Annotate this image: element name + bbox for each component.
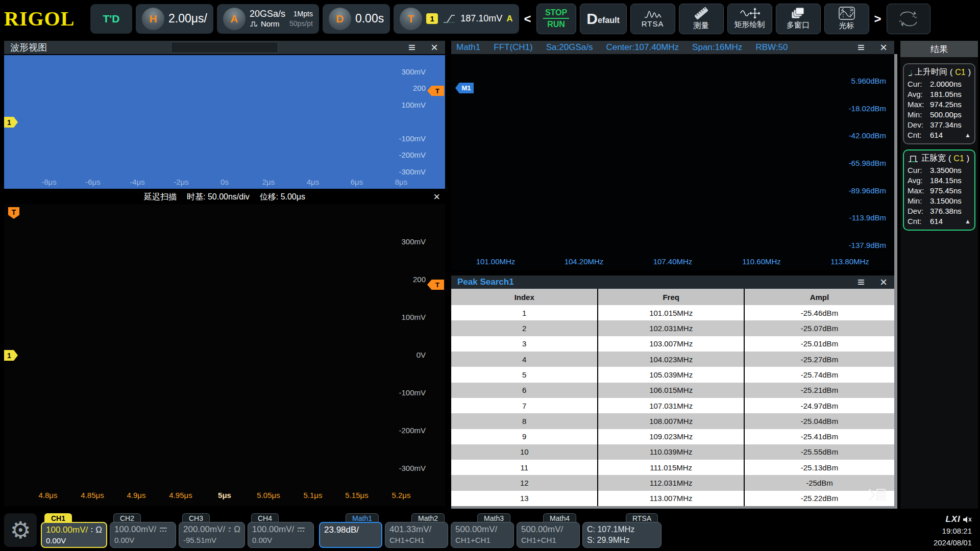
h-letter: H	[149, 13, 157, 25]
table-row[interactable]: 10110.039MHz-25.55dBm	[451, 444, 894, 460]
stat-row: Max:974.25ns	[908, 99, 971, 110]
multi-window-button[interactable]: 多窗口	[776, 4, 821, 34]
measurement-card-pulsewidth[interactable]: 正脉宽(C1) Cur:3.3500ns Avg:184.15ns Max:97…	[903, 149, 975, 231]
table-row[interactable]: 7107.031MHz-24.97dBm	[451, 398, 894, 413]
panel-divider-vertical	[894, 54, 897, 509]
ch2-tab[interactable]: CH2	[113, 513, 141, 522]
table-row[interactable]: 6106.015MHz-25.21dBm	[451, 383, 894, 398]
fft-plot[interactable]: M1 5.960dBm -18.02dBm -42.00dBm -65.98dB…	[451, 54, 894, 270]
rising-edge-icon	[442, 12, 456, 26]
math1-tab[interactable]: Math1	[346, 513, 379, 522]
table-row[interactable]: 1101.015MHz-25.46dBm	[451, 305, 894, 320]
trigger-control[interactable]: T 1 187.10mV A	[394, 4, 519, 34]
math-card-math2[interactable]: Math2 401.33mV/ CH1+CH1	[385, 513, 448, 548]
cell: 6	[451, 383, 597, 398]
table-row[interactable]: 2102.031MHz-25.07dBm	[451, 320, 894, 336]
mode-switch-button[interactable]	[887, 4, 930, 34]
measure-source: C1	[955, 68, 965, 77]
acquire-control[interactable]: A 20GSa/s Norm 1Mpts 50ps/pt	[217, 4, 319, 34]
paren: )	[968, 68, 971, 77]
default-button[interactable]: D efault	[580, 4, 627, 34]
rtsa-tab[interactable]: RTSA	[626, 513, 658, 522]
delay-control[interactable]: D 0.00s	[323, 4, 390, 34]
clock-block: LXI 19:08:21 2024/08/01	[934, 513, 972, 548]
ch4-tab[interactable]: CH4	[251, 513, 279, 522]
db-label: -137.9dBm	[840, 241, 886, 249]
math3-tab[interactable]: Math3	[477, 513, 510, 522]
math4-expr: CH1+CH1	[521, 535, 575, 545]
wave-close-icon[interactable]: ×	[431, 41, 438, 54]
delay-knob[interactable]: D	[329, 8, 351, 30]
cell: 110.039MHz	[597, 444, 743, 460]
math-card-math1[interactable]: Math1 23.98dB/	[319, 513, 382, 548]
peak-menu-icon[interactable]: ≡	[857, 276, 865, 289]
fft-span: Span:16MHz	[692, 42, 742, 53]
table-row[interactable]: 12112.031MHz-25dBm	[451, 475, 894, 490]
time-label: 4.95μs	[164, 491, 198, 499]
math-card-math3[interactable]: Math3 500.00mV/ CH1+CH1	[451, 513, 514, 548]
run-label: RUN	[547, 20, 565, 29]
table-row[interactable]: 11111.015MHz-25.13dBm	[451, 460, 894, 475]
math4-tab[interactable]: Math4	[543, 513, 576, 522]
table-row[interactable]: 9109.023MHz-25.41dBm	[451, 429, 894, 444]
delay-value: 0.00s	[355, 12, 384, 26]
volt-label: 200	[393, 275, 426, 284]
ch1-tab[interactable]: CH1	[44, 513, 72, 522]
delay-close-icon[interactable]: ×	[433, 190, 440, 204]
stat-row: Dev:377.34ns	[908, 120, 971, 130]
trigger-knob[interactable]: T	[400, 8, 422, 30]
rtsa-button[interactable]: RTSA	[630, 4, 675, 34]
volt-label: -300mV	[393, 464, 426, 472]
bottom-status-bar: ⚙ CH1 100.00mV/ Ω 0.00V CH2 100.00mV/ 0.…	[0, 511, 980, 551]
paren: (	[950, 68, 952, 77]
table-row[interactable]: 3103.007MHz-25.01dBm	[451, 336, 894, 352]
cell: 102.031MHz	[597, 320, 743, 336]
horizontal-knob[interactable]: H	[142, 8, 164, 30]
stat-row: Avg:184.15ns	[908, 176, 971, 186]
channel-card-ch4[interactable]: CH4 100.00mV/ 0.00V	[248, 513, 314, 548]
table-row[interactable]: 4104.023MHz-25.27dBm	[451, 352, 894, 367]
horizontal-control[interactable]: H 2.00μs/	[136, 4, 213, 34]
delay-sweep-title: 延迟扫描	[144, 192, 177, 203]
channel-card-ch1[interactable]: CH1 100.00mV/ Ω 0.00V	[41, 513, 107, 548]
wave-menu-icon[interactable]: ≡	[408, 41, 415, 54]
peak-close-icon[interactable]: ×	[880, 276, 887, 289]
gear-icon: ⚙	[10, 516, 31, 544]
collapse-icon[interactable]: ▲	[965, 216, 971, 227]
measure-button[interactable]: 测量	[679, 4, 724, 34]
stat-row: Cnt:614▲	[908, 130, 971, 140]
stop-run-button[interactable]: STOP RUN	[536, 4, 576, 34]
math-card-math4[interactable]: Math4 500.00mV/ CH1+CH1	[517, 513, 580, 548]
acquire-knob[interactable]: A	[223, 8, 246, 30]
table-row[interactable]: 8108.007MHz-25.04dBm	[451, 413, 894, 429]
math2-tab[interactable]: Math2	[411, 513, 445, 522]
col-index: Index	[451, 289, 597, 305]
fft-menu-icon[interactable]: ≡	[857, 41, 865, 54]
draw-button[interactable]: 矩形绘制	[727, 4, 772, 34]
db-label: -42.00dBm	[840, 131, 886, 140]
collapse-icon[interactable]: ▲	[965, 130, 971, 140]
system-gear-button[interactable]: ⚙	[4, 513, 37, 547]
ch3-tab[interactable]: CH3	[182, 513, 210, 522]
trigger-source-badge[interactable]: 1	[426, 13, 438, 24]
acquire-mode: Norm	[261, 19, 280, 29]
measurement-card-risetime[interactable]: 上升时间(C1) Cur:2.0000ns Avg:181.05ns Max:9…	[903, 63, 975, 144]
trigger-position-strip[interactable]	[171, 42, 278, 53]
cursor-button[interactable]: AB 光标	[824, 4, 869, 34]
table-row[interactable]: 5105.039MHz-25.74dBm	[451, 367, 894, 382]
cell: 104.023MHz	[597, 352, 743, 367]
collapse-left-icon[interactable]: <	[523, 12, 533, 26]
db-label: -18.02dBm	[840, 104, 886, 113]
expand-right-icon[interactable]: >	[873, 12, 883, 26]
main-waveform	[4, 55, 445, 189]
rtsa-card[interactable]: RTSA C: 107.1MHz S: 29.9MHz	[582, 513, 662, 548]
channel-card-ch3[interactable]: CH3 200.00mV/ Ω -95.51mV	[179, 513, 245, 548]
zoom-view-plot[interactable]: T 300mV 200 100mV 0V -100mV -200mV -300m…	[4, 204, 445, 506]
table-expand-icon[interactable]	[867, 488, 887, 502]
channel-card-ch2[interactable]: CH2 100.00mV/ 0.00V	[110, 513, 176, 548]
top-toolbar: RIGOL T'D H 2.00μs/ A 20GSa/s Norm 1Mpts…	[0, 0, 980, 37]
wave-view-plot[interactable]: 300mV 200 100mV -100mV -200mV -300mV T 1…	[4, 55, 445, 189]
fft-close-icon[interactable]: ×	[880, 41, 887, 54]
cell: 112.031MHz	[597, 475, 743, 490]
table-row[interactable]: 13113.007MHz-25.22dBm	[451, 491, 894, 506]
